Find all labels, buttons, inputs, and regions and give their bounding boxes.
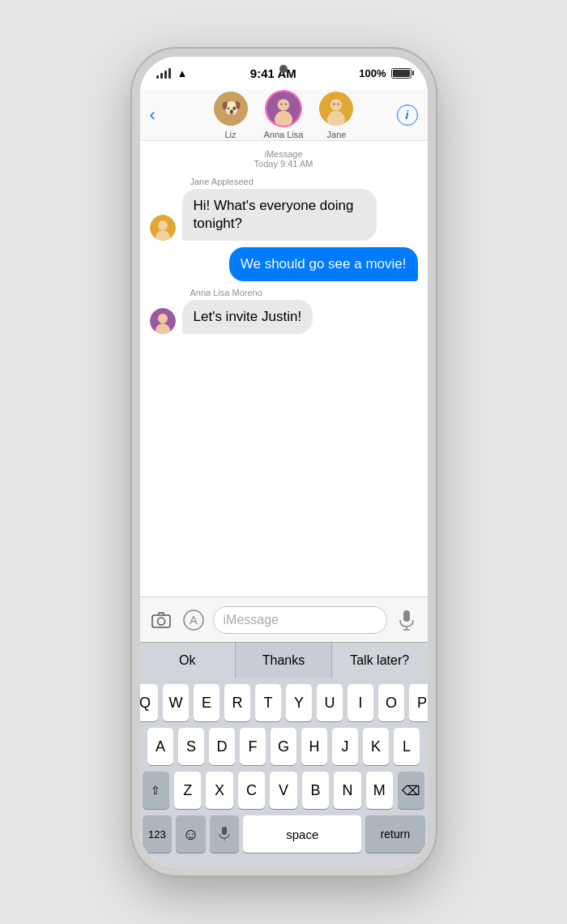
status-time: 9:41 AM	[250, 66, 296, 80]
camera-button[interactable]	[148, 607, 174, 633]
key-d[interactable]: D	[209, 728, 235, 765]
contacts-list: 🐶 Liz	[179, 90, 389, 139]
shift-key[interactable]: ⇧	[143, 772, 169, 809]
predictive-ok[interactable]: Ok	[140, 643, 237, 678]
avatar-anna-lisa	[265, 90, 302, 127]
num-key[interactable]: 123	[143, 815, 173, 853]
predictive-talk-later[interactable]: Talk later?	[332, 643, 428, 678]
sender-label-anna: Anna Lisa Moreno	[190, 288, 418, 297]
return-key[interactable]: return	[365, 815, 424, 853]
avatar-jane	[318, 90, 355, 127]
key-f[interactable]: F	[240, 728, 266, 765]
status-right: 100%	[359, 67, 411, 79]
emoji-key[interactable]: ☺	[176, 815, 206, 853]
key-u[interactable]: U	[317, 684, 343, 721]
navigation-bar: ‹ 🐶 Liz	[140, 89, 428, 141]
input-bar: A iMessage	[140, 597, 428, 642]
key-e[interactable]: E	[194, 684, 220, 721]
back-button[interactable]: ‹	[150, 105, 179, 126]
apps-button[interactable]: A	[181, 607, 207, 633]
message-row-3: Let's invite Justin!	[150, 300, 418, 334]
key-v[interactable]: V	[270, 772, 296, 809]
phone-frame: ▲ 9:41 AM 100% ‹	[132, 49, 436, 875]
keyboard-row-1: Q W E R T Y U I O P	[143, 684, 425, 721]
message-input[interactable]: iMessage	[213, 606, 387, 634]
message-bubble-3: Let's invite Justin!	[182, 300, 313, 334]
svg-rect-22	[403, 610, 410, 622]
message-timestamp: iMessage Today 9:41 AM	[150, 149, 418, 169]
svg-point-13	[158, 220, 168, 230]
message-bubble-1: Hi! What's everyone doing tonight?	[182, 189, 377, 241]
wifi-icon: ▲	[177, 67, 188, 79]
key-m[interactable]: M	[366, 772, 393, 809]
message-row-1: Hi! What's everyone doing tonight?	[150, 189, 418, 241]
key-y[interactable]: Y	[286, 684, 312, 721]
keyboard-row-2: A S D F G H J K L	[143, 728, 425, 765]
info-icon: i	[406, 109, 409, 122]
mic-button[interactable]	[394, 607, 420, 633]
delete-key[interactable]: ⌫	[398, 772, 424, 809]
predictive-thanks[interactable]: Thanks	[236, 643, 332, 678]
contact-anna-lisa[interactable]: Anna Lisa	[264, 90, 304, 139]
contact-jane[interactable]: Jane	[318, 90, 355, 139]
svg-point-6	[285, 103, 287, 105]
key-x[interactable]: X	[206, 772, 232, 809]
keyboard-row-4: 123 ☺ space return	[143, 815, 425, 853]
key-w[interactable]: W	[163, 684, 189, 721]
svg-point-10	[334, 103, 335, 105]
status-bar: ▲ 9:41 AM 100%	[140, 57, 428, 89]
message-bubble-2: We should go see a movie!	[229, 247, 418, 281]
svg-point-16	[158, 314, 168, 323]
key-h[interactable]: H	[301, 728, 327, 765]
mute-button	[132, 154, 134, 182]
contact-name-jane: Jane	[327, 130, 347, 139]
power-button	[434, 186, 436, 259]
key-q[interactable]: Q	[140, 684, 159, 721]
key-j[interactable]: J	[332, 728, 358, 765]
front-camera	[279, 65, 288, 73]
key-t[interactable]: T	[255, 684, 281, 721]
keyboard-bottom	[143, 859, 425, 867]
key-i[interactable]: I	[347, 684, 373, 721]
key-b[interactable]: B	[302, 772, 329, 809]
contact-name-anna-lisa: Anna Lisa	[264, 130, 304, 139]
svg-point-8	[330, 99, 343, 111]
key-r[interactable]: R	[224, 684, 250, 721]
svg-point-5	[280, 103, 282, 105]
svg-text:A: A	[190, 614, 198, 627]
key-c[interactable]: C	[238, 772, 265, 809]
predictive-bar: Ok Thanks Talk later?	[140, 642, 428, 678]
key-p[interactable]: P	[409, 684, 428, 721]
battery-percent: 100%	[359, 67, 386, 79]
key-s[interactable]: S	[178, 728, 204, 765]
key-z[interactable]: Z	[174, 772, 201, 809]
input-placeholder: iMessage	[224, 613, 279, 627]
key-k[interactable]: K	[363, 728, 389, 765]
battery-icon	[391, 68, 411, 79]
message-row-2: We should go see a movie!	[150, 247, 418, 281]
key-g[interactable]: G	[271, 728, 296, 765]
svg-text:🐶: 🐶	[220, 98, 241, 118]
status-left: ▲	[156, 67, 188, 79]
info-button[interactable]: i	[397, 105, 418, 126]
messages-area: iMessage Today 9:41 AM Jane Appleseed	[140, 141, 428, 597]
key-o[interactable]: O	[378, 684, 404, 721]
key-l[interactable]: L	[394, 728, 420, 765]
key-a[interactable]: A	[147, 728, 173, 765]
svg-point-3	[278, 99, 290, 111]
space-key[interactable]: space	[243, 815, 361, 853]
key-n[interactable]: N	[334, 772, 360, 809]
info-button-wrapper: i	[389, 105, 418, 126]
avatar-liz: 🐶	[212, 90, 249, 127]
contact-liz[interactable]: 🐶 Liz	[212, 90, 249, 139]
contact-name-liz: Liz	[225, 130, 237, 139]
volume-down-button	[132, 259, 134, 308]
msg-avatar-jane	[150, 215, 176, 241]
msg-avatar-anna	[150, 308, 176, 334]
mic-keyboard-key[interactable]	[210, 815, 240, 853]
svg-point-11	[338, 103, 339, 105]
sender-label-jane: Jane Appleseed	[190, 177, 418, 186]
keyboard: Q W E R T Y U I O P A S D F G	[140, 678, 428, 867]
svg-rect-25	[222, 827, 227, 835]
volume-up-button	[132, 199, 134, 247]
